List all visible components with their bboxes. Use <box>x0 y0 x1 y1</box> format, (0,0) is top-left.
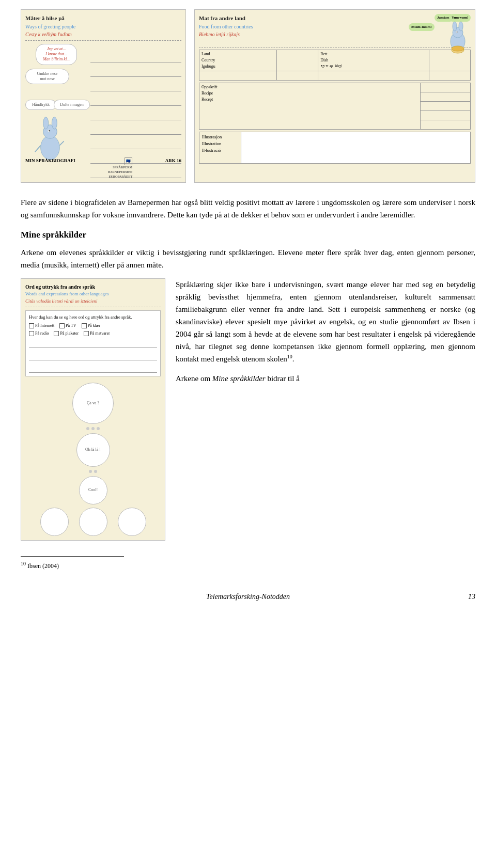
ws-line-6 <box>90 125 181 135</box>
mascot-area: Miam-miam! Jamjam! Yum-yum! <box>409 14 471 45</box>
circle-ca-va: Ça va ? <box>72 383 114 424</box>
cb-plakater: På plakater <box>54 330 79 337</box>
cb-tv: På TV <box>59 323 76 329</box>
checkbox-row1: På Internett På TV På klær <box>29 323 157 329</box>
ws-right-header: Mat fra andre land Food from other count… <box>199 14 471 45</box>
svg-line-6 <box>35 145 41 152</box>
food-land-rett-table: Land Country Iguhugu Rett Dish ហូបឆ្ងាញ់ <box>199 50 471 81</box>
bubble-nose: Gnikke nese mot nese <box>25 69 69 85</box>
footnote-divider <box>21 556 124 557</box>
bottom-circles-row <box>40 508 146 536</box>
main-body: Flere av sidene i biografidelen av Barne… <box>0 188 496 272</box>
two-col-section: Ord og uttrykk fra andre språk Words and… <box>0 278 496 541</box>
circle-cool: Cool! <box>79 476 107 504</box>
lang-line3 <box>29 366 157 373</box>
ws-left-footer: MIN SPRÅKBIOGRAFI 🇪🇺 SPRÅKPERMBARNEPERME… <box>21 157 185 179</box>
cb-internett: På Internett <box>29 323 54 329</box>
food-table-header-row: Land Country Iguhugu Rett Dish ហូបឆ្ងាញ់ <box>199 50 471 71</box>
oppskrift-row1: Oppskrift Recipe Recept <box>199 83 471 92</box>
cb-box-matvarer <box>84 331 89 336</box>
cb-radio: På radio <box>29 330 49 337</box>
lang-ws-title1: Ord og uttrykk fra andre språk <box>25 283 161 291</box>
ws-line-4 <box>90 97 181 106</box>
ws-left-title-line3: Cesty k veľkým ľuďom <box>25 30 181 38</box>
cb-box-tv <box>59 323 65 328</box>
cb-box-plakater <box>54 331 59 336</box>
bubble-know: Jeg vet at... I know that... Man bilirim… <box>36 44 77 65</box>
footnote-content: Ibsen (2004) <box>27 562 59 570</box>
end-paragraph: Arkene om Mine språkkilder bidrar til å <box>176 372 475 385</box>
lang-circles-area: Ça va ? Oh là là ! Cool! <box>25 383 161 536</box>
svg-line-7 <box>59 141 64 145</box>
rett-empty1 <box>318 71 429 81</box>
svg-point-3 <box>52 117 57 129</box>
ws-line-1 <box>90 53 181 62</box>
bubble-dult: Dulte i magen <box>54 100 90 110</box>
ws-footer-ark: ARK 16 <box>165 157 181 179</box>
lang-worksheet: Ord og uttrykk fra andre språk Words and… <box>21 278 165 541</box>
oppskrift-table: Oppskrift Recipe Recept <box>199 83 471 130</box>
lang-ws-title2: Words and expressions from other languag… <box>25 291 161 298</box>
cb-box-radio <box>29 331 34 336</box>
ws-footer-biografi: MIN SPRÅKBIOGRAFI <box>25 157 75 179</box>
ws-right-title1: Mat fra andre land <box>199 14 409 23</box>
ws-mascots: Miam-miam! Jamjam! Yum-yum! <box>409 14 471 45</box>
land-label-cell: Land Country Iguhugu <box>199 50 277 71</box>
oppskrift-line3 <box>420 102 470 111</box>
dot2 <box>91 427 95 430</box>
oppskrift-line4 <box>420 111 470 120</box>
ws-left-title-line2: Ways of greeting people <box>25 23 181 30</box>
dot5 <box>94 470 97 473</box>
rett-label-cell: Rett Dish ហូបឆ្ងាញ់ <box>318 50 429 71</box>
circle-oh-la-la: Oh là là ! <box>76 433 110 467</box>
footnote-ref: 10 <box>287 354 292 359</box>
ws-left-divider <box>25 40 181 41</box>
section-heading-mine-sprakkilder: Mine språkkilder <box>21 228 475 242</box>
ws-left-title: Måter å hilse på Ways of greeting people… <box>25 14 181 38</box>
two-col-left: Ord og uttrykk fra andre språk Words and… <box>21 278 165 541</box>
circle-empty3 <box>118 508 146 536</box>
lang-ws-divider <box>25 307 161 307</box>
dot1 <box>86 427 89 430</box>
ws-right-title: Mat fra andre land Food from other count… <box>199 14 409 38</box>
ws-right-title3: Biebmo ietjá rijkajs <box>199 30 409 38</box>
svg-point-13 <box>457 31 458 33</box>
dot3 <box>97 427 100 430</box>
svg-point-10 <box>453 22 457 31</box>
circle-empty2 <box>79 508 107 536</box>
worksheet-food: Mat fra andre land Food from other count… <box>194 9 475 183</box>
page-footer: Telemarksforsking-Notodden 13 <box>0 591 496 612</box>
cb-box-internett <box>29 323 34 328</box>
lang-inner-title: Hver dag kan du se og høre ord og uttryk… <box>29 314 157 321</box>
illustrasjon-section: Illustrasjon Illustration Il·lustració <box>199 132 471 164</box>
lang-ws-lines <box>29 341 157 373</box>
circle-dots-1 <box>86 427 100 430</box>
top-worksheets: Måter å hilse på Ways of greeting people… <box>0 0 496 188</box>
character-illustration-left <box>29 111 71 163</box>
two-col-right: Språklæring skjer ikke bare i undervisni… <box>176 278 475 541</box>
footnote-number: 10 <box>21 561 26 566</box>
page-number: 13 <box>468 591 475 602</box>
svg-point-11 <box>459 22 463 31</box>
lang-line1 <box>29 341 157 348</box>
ws-right-title2: Food from other countries <box>199 23 409 30</box>
footnote-text: 10 Ibsen (2004) <box>21 560 475 571</box>
rett-content2 <box>429 71 471 81</box>
sprakkilder-paragraph: Arkene om elevenes språkkilder er viktig… <box>21 246 475 271</box>
bubble-hand: Håndtrykk <box>25 100 56 110</box>
mascot-bubble-miam: Miam-miam! <box>409 23 435 31</box>
svg-point-0 <box>41 135 60 160</box>
worksheet-greeting: Måter å hilse på Ways of greeting people… <box>21 9 186 183</box>
lang-line2 <box>29 353 157 360</box>
land-content2 <box>277 71 318 81</box>
land-empty1 <box>199 71 277 81</box>
checkbox-row2: På radio På plakater På matvarer <box>29 330 157 337</box>
ws-right-divider <box>199 47 471 48</box>
illustrasjon-box <box>241 132 470 163</box>
svg-point-2 <box>43 117 49 129</box>
end-paragraph-italic: Mine språkkilder <box>212 374 266 383</box>
footer-center-text: Telemarksforsking-Notodden <box>206 591 290 602</box>
ws-left-title-line1: Måter å hilse på <box>25 14 181 23</box>
intro-paragraph: Flere av sidene i biografidelen av Barne… <box>21 196 475 221</box>
illustrasjon-label: Illustrasjon Illustration Il·lustració <box>199 132 241 163</box>
